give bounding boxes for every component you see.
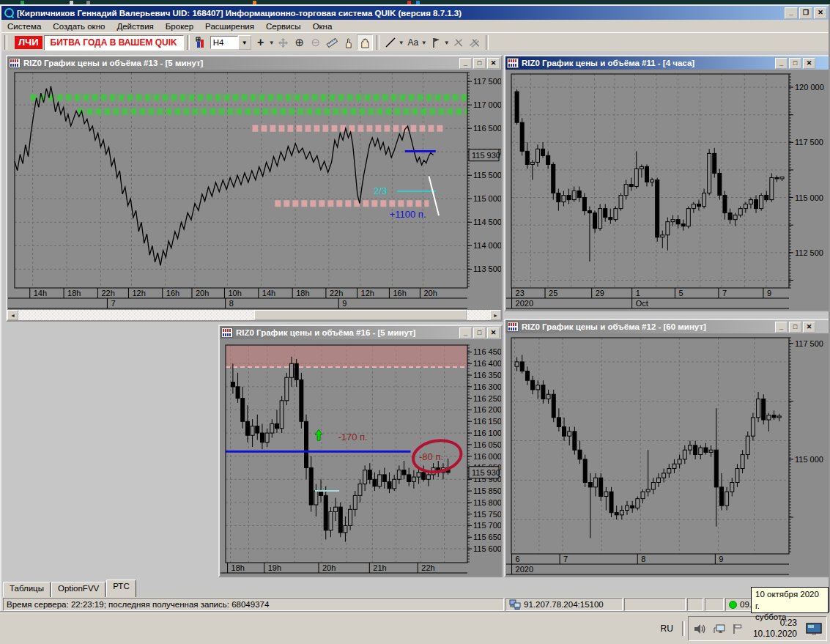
maximize-button[interactable]: □ bbox=[789, 58, 801, 69]
close-button[interactable]: ✕ bbox=[487, 327, 500, 338]
interval-value[interactable]: H4 bbox=[210, 36, 238, 49]
svg-text:116 200: 116 200 bbox=[473, 405, 501, 414]
svg-text:116 150: 116 150 bbox=[473, 417, 501, 426]
svg-text:2/3: 2/3 bbox=[374, 185, 387, 196]
svg-text:20h: 20h bbox=[423, 289, 437, 297]
show-desktop-icon[interactable] bbox=[806, 623, 822, 635]
minimize-button[interactable]: _ bbox=[459, 58, 472, 69]
svg-text:115 650: 115 650 bbox=[473, 533, 501, 541]
chevron-down-icon[interactable]: ▼ bbox=[399, 40, 405, 46]
toolbar: ЛЧИ БИТВА ГОДА В ВАШЕМ QUIK H4 ▼ + ▼ ⊕ ⊖ bbox=[1, 32, 829, 52]
close-button[interactable]: ✕ bbox=[814, 7, 827, 19]
minimize-button[interactable]: _ bbox=[775, 58, 788, 69]
pointer-hand-icon[interactable] bbox=[341, 35, 355, 50]
menu-actions[interactable]: Действия bbox=[111, 21, 159, 32]
menu-services[interactable]: Сервисы bbox=[260, 21, 307, 32]
pan-tool-icon[interactable] bbox=[276, 35, 291, 50]
svg-text:2020: 2020 bbox=[516, 299, 533, 308]
toolbar-separator bbox=[377, 35, 379, 50]
chart-window-icon bbox=[507, 58, 519, 68]
svg-text:18h: 18h bbox=[67, 289, 81, 297]
close-button[interactable]: ✕ bbox=[803, 322, 815, 333]
scroll-right-button[interactable]: ► bbox=[490, 310, 501, 320]
trend-line-tool-icon[interactable] bbox=[383, 35, 398, 50]
menu-sistema[interactable]: Система bbox=[1, 21, 47, 32]
app-titlebar[interactable]: [Кирпичников Геннадий Валерьевич UID: 16… bbox=[1, 6, 829, 20]
window-title: RIZ0 График цены и объёма #13 - [5 минут… bbox=[23, 59, 203, 67]
chevron-down-icon[interactable]: ▼ bbox=[421, 40, 428, 46]
svg-text:117 500: 117 500 bbox=[795, 138, 823, 147]
close-button[interactable]: ✕ bbox=[803, 58, 815, 69]
network-tray-icon[interactable] bbox=[713, 623, 726, 634]
scroll-left-button[interactable]: ◄ bbox=[7, 310, 18, 320]
maximize-button[interactable]: ❐ bbox=[799, 7, 812, 19]
taskbar[interactable]: RU 0:23 10.10.2020 bbox=[0, 612, 830, 644]
maximize-button[interactable]: □ bbox=[473, 58, 486, 69]
chart-window-11: RIZ0 График цены и объёма #11 - [4 часа]… bbox=[504, 55, 829, 311]
chart-type-icon[interactable] bbox=[193, 35, 208, 50]
maximize-button[interactable]: □ bbox=[789, 322, 801, 333]
svg-text:115 000: 115 000 bbox=[473, 194, 501, 203]
contest-banner[interactable]: БИТВА ГОДА В ВАШЕМ QUIK bbox=[44, 35, 184, 51]
price-chart-11[interactable]: 120 000117 500115 000112 500232529157920… bbox=[505, 70, 829, 310]
text-tool-icon[interactable]: Aa bbox=[406, 35, 420, 50]
svg-text:117 500: 117 500 bbox=[795, 339, 823, 348]
tab-tables[interactable]: Таблицы bbox=[3, 582, 51, 597]
toolbar-separator bbox=[187, 35, 190, 50]
close-button[interactable]: ✕ bbox=[487, 58, 500, 69]
tab-optionfvv[interactable]: OptionFVV bbox=[51, 582, 105, 597]
chart-window-16: RIZ0 График цены и объёма #16 - [5 минут… bbox=[218, 325, 503, 577]
marker-flag-tool-icon[interactable] bbox=[429, 35, 443, 50]
zoom-in-icon[interactable]: ⊕ bbox=[292, 35, 307, 50]
svg-text:120 000: 120 000 bbox=[795, 83, 824, 92]
window-titlebar[interactable]: RIZ0 График цены и объёма #16 - [5 минут… bbox=[220, 326, 501, 339]
chevron-down-icon[interactable]: ▼ bbox=[444, 40, 451, 46]
app-title: [Кирпичников Геннадий Валерьевич UID: 16… bbox=[17, 9, 462, 18]
volume-icon[interactable] bbox=[693, 623, 707, 634]
horizontal-scrollbar[interactable]: ◄ ► bbox=[7, 310, 501, 320]
minimize-button[interactable]: _ bbox=[775, 322, 788, 333]
lchi-badge[interactable]: ЛЧИ bbox=[15, 36, 42, 49]
svg-text:14h: 14h bbox=[34, 289, 47, 297]
interval-dropdown-button[interactable]: ▼ bbox=[238, 35, 251, 50]
ruler-tool-icon[interactable] bbox=[325, 35, 339, 50]
crosshair-tool-icon[interactable]: + bbox=[253, 35, 268, 50]
svg-text:116 350: 116 350 bbox=[473, 371, 501, 380]
scrollbar-track[interactable] bbox=[18, 310, 490, 320]
price-chart-16[interactable]: -170 п.-80 п.116 450116 400116 350116 30… bbox=[220, 339, 501, 576]
erase-all-tool-icon[interactable] bbox=[467, 35, 482, 50]
window-titlebar[interactable]: RIZ0 График цены и объёма #13 - [5 минут… bbox=[7, 56, 501, 70]
svg-text:115 000: 115 000 bbox=[795, 193, 823, 202]
svg-text:116 050: 116 050 bbox=[473, 440, 501, 449]
minimize-button[interactable]: _ bbox=[459, 327, 472, 338]
svg-text:116 100: 116 100 bbox=[473, 429, 501, 437]
price-chart-12[interactable]: 117 500115 00067892020 bbox=[505, 333, 829, 576]
svg-text:29: 29 bbox=[596, 289, 604, 297]
svg-text:115 000: 115 000 bbox=[795, 455, 823, 464]
language-indicator[interactable]: RU bbox=[655, 623, 679, 634]
scrollbar-thumb[interactable] bbox=[254, 310, 467, 320]
svg-text:22h: 22h bbox=[101, 289, 114, 297]
menu-extensions[interactable]: Расширения bbox=[199, 21, 260, 32]
chart-window-13: RIZ0 График цены и объёма #13 - [5 минут… bbox=[6, 55, 503, 322]
window-titlebar[interactable]: RIZ0 График цены и объёма #12 - [60 мину… bbox=[505, 320, 829, 333]
erase-object-tool-icon[interactable] bbox=[451, 35, 466, 50]
svg-text:20h: 20h bbox=[196, 289, 209, 297]
minimize-button[interactable]: _ bbox=[785, 7, 798, 19]
grab-hand-icon[interactable] bbox=[357, 34, 373, 51]
svg-text:115 930: 115 930 bbox=[472, 151, 500, 160]
tab-rts[interactable]: РТС bbox=[106, 580, 136, 597]
svg-text:20h: 20h bbox=[322, 563, 336, 572]
maximize-button[interactable]: □ bbox=[473, 327, 486, 338]
svg-text:9: 9 bbox=[719, 555, 723, 563]
menu-windows[interactable]: Окна bbox=[307, 21, 338, 32]
menu-broker[interactable]: Брокер bbox=[160, 21, 199, 32]
flag-tray-icon[interactable] bbox=[732, 623, 744, 634]
chevron-down-icon[interactable]: ▼ bbox=[269, 40, 275, 46]
window-titlebar[interactable]: RIZ0 График цены и объёма #11 - [4 часа]… bbox=[505, 56, 829, 70]
svg-text:8: 8 bbox=[641, 555, 645, 563]
interval-combobox[interactable]: H4 ▼ bbox=[210, 35, 251, 50]
menu-create-window[interactable]: Создать окно bbox=[47, 21, 111, 32]
zoom-out-icon[interactable]: ⊖ bbox=[308, 35, 323, 50]
price-chart-13[interactable]: 2/3+1100 п.117 500117 000116 500116 0001… bbox=[7, 70, 501, 310]
